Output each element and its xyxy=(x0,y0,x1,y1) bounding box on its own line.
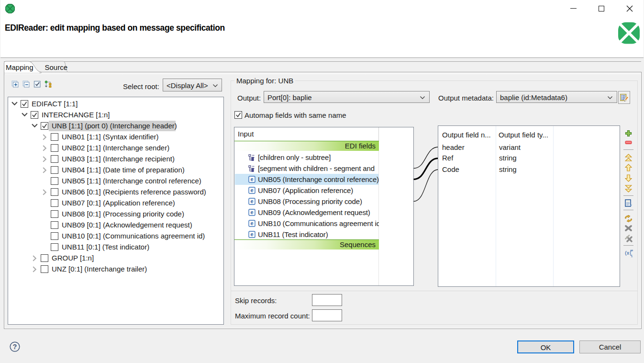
svg-text:?: ? xyxy=(13,343,17,351)
svg-text:e: e xyxy=(250,231,253,237)
svg-text:e: e xyxy=(250,187,253,193)
svg-text:e: e xyxy=(250,176,253,182)
svg-text:e: e xyxy=(250,220,253,226)
svg-text:e: e xyxy=(250,198,253,204)
svg-text:e: e xyxy=(250,209,253,215)
svg-text:1: 1 xyxy=(631,254,633,258)
svg-text:(x: (x xyxy=(625,250,630,256)
